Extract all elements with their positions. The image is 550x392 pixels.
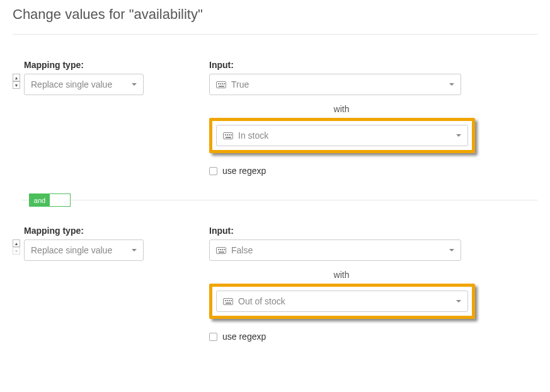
keyboard-icon xyxy=(216,81,226,88)
highlight-frame: Out of stock xyxy=(209,284,475,319)
mapping-type-label: Mapping type: xyxy=(24,60,144,70)
move-up-button[interactable]: ▲ xyxy=(13,239,20,247)
input-value-select[interactable]: False xyxy=(209,239,461,261)
connector-and: and xyxy=(30,194,50,206)
keyboard-icon xyxy=(216,247,226,254)
mapping-type-label: Mapping type: xyxy=(24,226,144,236)
connector-alt xyxy=(50,194,70,206)
input-label: Input: xyxy=(209,226,474,236)
checkbox-box xyxy=(209,167,217,175)
chevron-down-icon xyxy=(456,134,461,137)
mapping-type-select[interactable]: Replace single value xyxy=(24,74,144,95)
use-regexp-label: use regexp xyxy=(222,166,266,176)
mapping-type-select[interactable]: Replace single value xyxy=(24,239,144,261)
mapping-row: ▲ ▼ Mapping type: Replace single value I… xyxy=(13,35,537,176)
input-value-select[interactable]: True xyxy=(209,74,461,95)
page-title: Change values for "availability" xyxy=(13,6,537,35)
move-down-button[interactable]: ▼ xyxy=(13,247,20,255)
mapping-row: ▲ ▼ Mapping type: Replace single value I… xyxy=(13,200,537,342)
with-label: with xyxy=(209,270,474,280)
use-regexp-checkbox[interactable]: use regexp xyxy=(209,331,474,342)
replace-value-select[interactable]: In stock xyxy=(216,125,468,146)
chevron-down-icon xyxy=(132,83,137,86)
chevron-down-icon xyxy=(449,249,454,251)
highlight-frame: In stock xyxy=(209,118,475,153)
chevron-down-icon xyxy=(132,249,137,251)
input-label: Input: xyxy=(209,60,474,70)
chevron-down-icon xyxy=(449,83,454,86)
replace-value-select[interactable]: Out of stock xyxy=(216,291,468,312)
with-label: with xyxy=(209,104,474,114)
use-regexp-label: use regexp xyxy=(222,331,266,342)
connector-toggle[interactable]: and xyxy=(29,193,71,207)
move-up-button[interactable]: ▲ xyxy=(13,74,20,81)
rule-connector: and xyxy=(21,200,537,200)
move-down-button[interactable]: ▼ xyxy=(13,81,20,89)
keyboard-icon xyxy=(223,132,233,139)
use-regexp-checkbox[interactable]: use regexp xyxy=(209,166,474,176)
keyboard-icon xyxy=(223,298,233,305)
checkbox-box xyxy=(209,333,217,341)
chevron-down-icon xyxy=(456,300,461,303)
